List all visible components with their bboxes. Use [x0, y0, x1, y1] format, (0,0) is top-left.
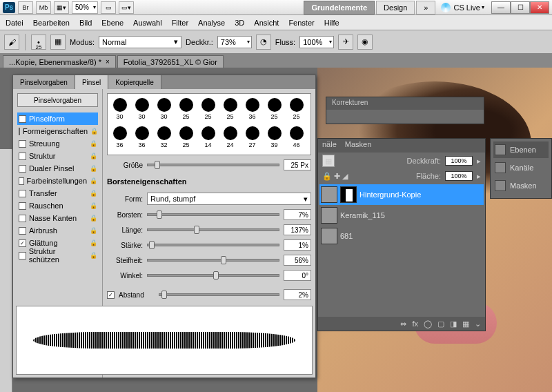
- sidebar-item[interactable]: Struktur🔒: [17, 150, 98, 162]
- slider-value[interactable]: 0°: [284, 270, 311, 281]
- fx-icon[interactable]: fx: [412, 320, 418, 328]
- airbrush-icon[interactable]: ✈: [338, 35, 353, 50]
- checkbox[interactable]: [19, 190, 26, 197]
- abstand-value[interactable]: 2%: [284, 289, 311, 300]
- slider[interactable]: [147, 259, 279, 262]
- view-extras-button[interactable]: ▦▾: [54, 1, 69, 14]
- tab-pinsel[interactable]: Pinsel: [75, 75, 108, 89]
- brush-presets-grid[interactable]: 3030302525253625253636322514242739465911…: [107, 93, 311, 155]
- deckkraft-input[interactable]: 73%: [217, 36, 252, 48]
- brush-preset[interactable]: 25: [219, 95, 241, 123]
- abstand-checkbox[interactable]: [107, 291, 115, 299]
- checkbox[interactable]: [19, 227, 26, 235]
- slider-value[interactable]: 56%: [284, 255, 311, 266]
- layer-row[interactable]: 681: [319, 226, 484, 246]
- menu-3d[interactable]: 3D: [235, 19, 244, 27]
- sidebar-item[interactable]: Streuung🔒: [17, 137, 98, 150]
- sidebar-item[interactable]: Struktur schützen🔒: [17, 249, 98, 262]
- fluss-input[interactable]: 100%: [299, 36, 334, 48]
- checkbox[interactable]: [19, 128, 20, 135]
- close-button[interactable]: ✕: [530, 1, 549, 14]
- workspace-more[interactable]: »: [416, 1, 435, 14]
- close-icon[interactable]: ×: [106, 58, 110, 66]
- brush-preset[interactable]: 14: [197, 124, 219, 151]
- menu-ansicht[interactable]: Ansicht: [254, 19, 279, 27]
- arrange-button[interactable]: ▭: [101, 1, 116, 14]
- mask-icon[interactable]: ◯: [424, 320, 432, 329]
- brush-preset[interactable]: 25: [264, 95, 285, 123]
- checkbox[interactable]: [19, 165, 26, 173]
- tab-pinselvorgaben[interactable]: Pinselvorgaben: [13, 75, 75, 89]
- slider-value[interactable]: 1%: [284, 239, 311, 251]
- pinselvorgaben-button[interactable]: Pinselvorgaben: [17, 93, 98, 107]
- sidebar-item[interactable]: Airbrush🔒: [17, 224, 98, 237]
- slider[interactable]: [147, 244, 279, 246]
- minibridge-button[interactable]: Mb: [36, 1, 51, 14]
- workspace-grundelemente[interactable]: Grundelemente: [304, 1, 375, 14]
- brush-preset[interactable]: 36: [131, 124, 152, 151]
- group-icon[interactable]: ◨: [450, 320, 457, 329]
- document-tab[interactable]: Fotolia_3792651_XL © Gior: [117, 55, 224, 68]
- brush-preset[interactable]: 59: [109, 152, 130, 155]
- layer-row[interactable]: Keramik_115: [319, 205, 484, 226]
- screen-mode-button[interactable]: ▭▾: [119, 1, 134, 14]
- brush-preset[interactable]: 25: [175, 95, 197, 123]
- sidebar-item[interactable]: Dualer Pinsel🔒: [17, 162, 98, 175]
- minimize-button[interactable]: —: [491, 1, 511, 14]
- tab-kanaele[interactable]: näle: [322, 140, 337, 151]
- brush-preset[interactable]: 24: [219, 124, 241, 151]
- brush-preset-picker[interactable]: 25•: [31, 35, 46, 50]
- pressure-opacity-icon[interactable]: ◔: [256, 35, 271, 50]
- brush-preset[interactable]: 36: [109, 124, 130, 151]
- dock-masken[interactable]: Masken: [493, 177, 549, 194]
- maximize-button[interactable]: ☐: [511, 1, 530, 14]
- fill-icon[interactable]: ▢: [437, 320, 444, 329]
- slider[interactable]: [147, 213, 279, 216]
- menu-bild[interactable]: Bild: [79, 19, 92, 27]
- menu-filter[interactable]: Filter: [172, 19, 188, 27]
- menu-ebene[interactable]: Ebene: [101, 19, 124, 27]
- document-tab[interactable]: ...Kopie, Ebenenmaske/8) *×: [3, 55, 116, 68]
- modus-dropdown[interactable]: Normal▾: [99, 36, 181, 48]
- slider-value[interactable]: 7%: [284, 209, 311, 220]
- brush-panel-toggle[interactable]: ▦: [50, 35, 66, 50]
- tab-kopierquelle[interactable]: Kopierquelle: [108, 75, 161, 89]
- sidebar-item[interactable]: Transfer🔒: [17, 187, 98, 199]
- pressure-size-icon[interactable]: ◉: [357, 35, 373, 50]
- checkbox[interactable]: [19, 153, 26, 160]
- brush-preset[interactable]: 30: [153, 95, 175, 123]
- tools-panel[interactable]: [0, 149, 12, 392]
- tab-masken[interactable]: Masken: [345, 140, 372, 151]
- dock-ebenen[interactable]: Ebenen: [493, 141, 549, 158]
- brush-preset[interactable]: 36: [241, 95, 263, 123]
- cs-live[interactable]: CS Live ▾: [441, 3, 484, 12]
- sidebar-item[interactable]: Rauschen🔒: [17, 199, 98, 212]
- brush-preset[interactable]: 30: [131, 95, 152, 123]
- dock-kanaele[interactable]: Kanäle: [493, 159, 549, 176]
- checkbox[interactable]: [19, 239, 26, 247]
- checkbox[interactable]: [19, 140, 26, 148]
- menu-bearbeiten[interactable]: Bearbeiten: [33, 19, 70, 27]
- link-icon[interactable]: ⇔: [400, 320, 406, 329]
- tool-preset-icon[interactable]: 🖌: [4, 35, 19, 50]
- lock-icons[interactable]: 🔒 ✚ ◢: [322, 172, 348, 181]
- brush-preset[interactable]: 25: [175, 124, 197, 151]
- slider[interactable]: [147, 228, 279, 231]
- brush-preset[interactable]: 25: [286, 95, 307, 123]
- menu-analyse[interactable]: Analyse: [198, 19, 225, 27]
- size-value[interactable]: 25 Px: [284, 159, 311, 170]
- flaeche-value[interactable]: 100%: [445, 171, 473, 181]
- sidebar-item[interactable]: Nasse Kanten🔒: [17, 212, 98, 224]
- sidebar-item[interactable]: Farbeinstellungen🔒: [17, 175, 98, 187]
- layer-filter-icon[interactable]: ▦: [322, 155, 335, 167]
- abstand-slider[interactable]: [159, 293, 279, 296]
- trash-icon[interactable]: ⌄: [475, 320, 481, 329]
- slider-value[interactable]: 137%: [284, 224, 311, 235]
- menu-datei[interactable]: Datei: [6, 19, 23, 27]
- brush-preset[interactable]: 11: [131, 152, 152, 155]
- brush-preset[interactable]: 39: [264, 124, 285, 151]
- checkbox[interactable]: [19, 215, 26, 222]
- menu-hilfe[interactable]: Hilfe: [324, 19, 339, 27]
- bridge-button[interactable]: Br: [18, 1, 33, 14]
- checkbox[interactable]: [19, 202, 26, 210]
